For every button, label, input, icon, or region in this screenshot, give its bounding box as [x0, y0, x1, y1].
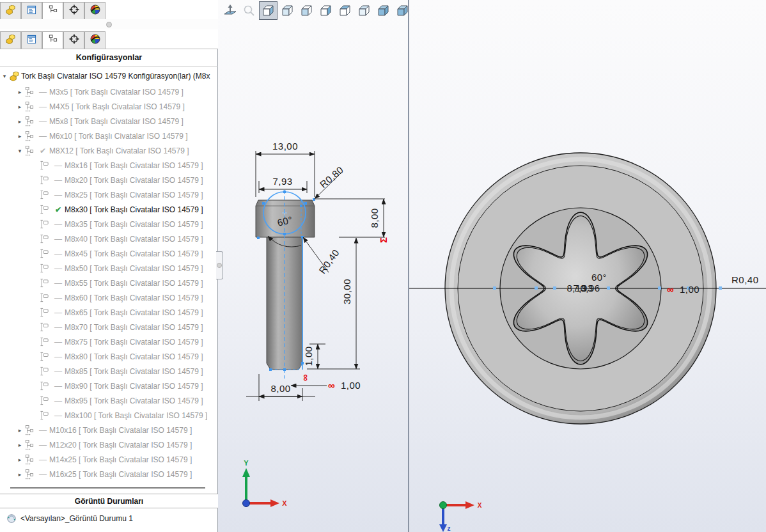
dim-text-shaft-length[interactable]: 30,00: [341, 279, 352, 304]
config-item-M8x25[interactable]: —M8x25 [ Tork Başlı Civatalar ISO 14579 …: [0, 187, 218, 202]
derived-configuration-icon: [40, 205, 52, 214]
dim-text-shaft-width[interactable]: 8,00: [270, 383, 290, 394]
display-manager-tab[interactable]: [84, 31, 106, 49]
property-manager-tab[interactable]: [21, 2, 42, 19]
configuration-icon: [24, 469, 36, 480]
dimxpert-tab[interactable]: [63, 2, 84, 19]
color-sphere-icon: [90, 34, 100, 47]
list-icon: [27, 5, 36, 17]
inactive-mark: —: [36, 426, 49, 435]
config-item-M8x55[interactable]: —M8x55 [ Tork Başlı Civatalar ISO 14579 …: [0, 276, 218, 290]
manager-tab-strip-top: [0, 0, 218, 20]
property-manager-tab[interactable]: [21, 31, 42, 49]
display-state-item[interactable]: <Varsayılan>_Görüntü Durumu 1: [6, 512, 217, 526]
config-item-label: M8x65 [ Tork Başlı Civatalar ISO 14579 ]: [65, 308, 203, 317]
derived-configuration-icon: [40, 234, 52, 244]
config-item-M8x45[interactable]: —M8x45 [ Tork Başlı Civatalar ISO 14579 …: [0, 246, 218, 261]
viewport-front[interactable]: 13,00 7,93 R0,80 60° R0,40 8,00 Σ 30,00 …: [218, 0, 408, 532]
derived-configuration-icon: [40, 278, 52, 288]
dim-text-chamfer-h[interactable]: 1,00: [341, 380, 361, 391]
config-item-M8x100[interactable]: —M8x100 [ Tork Başlı Civatalar ISO 14579…: [0, 408, 218, 423]
panel-splitter-dot[interactable]: [106, 22, 112, 27]
config-item-M10x16[interactable]: ▸—M10x16 [ Tork Başlı Civatalar ISO 1457…: [0, 423, 218, 437]
expand-arrow[interactable]: ▸: [15, 457, 24, 463]
config-item-M8x16[interactable]: —M8x16 [ Tork Başlı Civatalar ISO 14579 …: [0, 158, 218, 173]
panel-section-divider[interactable]: [10, 487, 205, 489]
reference-triad-front: Y X: [242, 459, 287, 507]
config-item-M8x65[interactable]: —M8x65 [ Tork Başlı Civatalar ISO 14579 …: [0, 305, 218, 320]
derived-configuration-icon: [40, 175, 52, 185]
expand-arrow[interactable]: ▾: [15, 148, 24, 154]
manager-panel: Konfigürasyonlar ▾Tork Başlı Civatalar I…: [0, 0, 218, 532]
display-manager-tab[interactable]: [84, 2, 106, 19]
config-item-label: M8x45 [ Tork Başlı Civatalar ISO 14579 ]: [65, 249, 203, 258]
config-item-M16x25[interactable]: ▸—M16x25 [ Tork Başlı Civatalar ISO 1457…: [0, 467, 218, 481]
config-item-M8x80[interactable]: —M8x80 [ Tork Başlı Civatalar ISO 14579 …: [0, 349, 218, 364]
dim-text-linked[interactable]: 1,00: [680, 284, 700, 295]
dim-text-head-height[interactable]: 8,00: [369, 208, 380, 228]
dim-text-angle60-top[interactable]: 60°: [591, 272, 607, 283]
config-item-M4X5[interactable]: ▸—M4X5 [ Tork Başlı Civatalar ISO 14579 …: [0, 99, 218, 114]
dim-text-r040-top[interactable]: R0,40: [731, 274, 759, 285]
config-item-M8x20[interactable]: —M8x20 [ Tork Başlı Civatalar ISO 14579 …: [0, 173, 218, 187]
inactive-mark: —: [52, 308, 65, 317]
display-states-header[interactable]: Görüntü Durumları: [0, 494, 218, 508]
config-item-M8x75[interactable]: —M8x75 [ Tork Başlı Civatalar ISO 14579 …: [0, 334, 218, 349]
config-item-M8x40[interactable]: —M8x40 [ Tork Başlı Civatalar ISO 14579 …: [0, 231, 218, 246]
features-tab[interactable]: [0, 31, 21, 49]
dim-text-recess-width[interactable]: 7,93: [272, 176, 292, 187]
config-item-M3x5[interactable]: ▸—M3x5 [ Tork Başlı Civatalar ISO 14579 …: [0, 84, 218, 99]
expand-arrow[interactable]: ▸: [15, 427, 24, 434]
inactive-mark: —: [36, 117, 49, 126]
expand-arrow[interactable]: ▸: [15, 118, 24, 125]
features-tab[interactable]: [0, 2, 21, 19]
inactive-mark: —: [52, 367, 65, 376]
dim-text-r080[interactable]: R0,80: [318, 164, 346, 190]
panel-collapse-handle[interactable]: [216, 251, 223, 279]
expand-arrow[interactable]: ▸: [15, 471, 24, 478]
dim-text-overlap-3[interactable]: 0,96: [580, 283, 600, 293]
expand-arrow[interactable]: ▾: [0, 73, 9, 79]
inactive-mark: —: [52, 323, 65, 332]
inactive-mark: —: [52, 191, 65, 199]
configuration-icon: [24, 102, 36, 112]
panel-splitter[interactable]: [0, 19, 218, 29]
color-sphere-icon: [90, 4, 100, 17]
config-item-M8x60[interactable]: —M8x60 [ Tork Başlı Civatalar ISO 14579 …: [0, 290, 218, 305]
dim-head-width[interactable]: [256, 151, 315, 197]
expand-arrow[interactable]: ▸: [15, 104, 24, 110]
config-item-M12x20[interactable]: ▸—M12x20 [ Tork Başlı Civatalar ISO 1457…: [0, 437, 218, 452]
config-item-M14x25[interactable]: ▸—M14x25 [ Tork Başlı Civatalar ISO 1457…: [0, 452, 218, 467]
dimxpert-tab[interactable]: [63, 31, 84, 49]
config-item-M8x30[interactable]: ✔M8x30 [ Tork Başlı Civatalar ISO 14579 …: [0, 202, 218, 217]
viewport-top[interactable]: 8,13 7,93 0,96 60° ∞ 1,00 R0,40 X z: [409, 0, 766, 532]
derived-configuration-icon: [40, 337, 52, 347]
active-check-icon: ✔: [52, 205, 65, 214]
inactive-mark: —: [36, 455, 49, 464]
config-item-M8x35[interactable]: —M8x35 [ Tork Başlı Civatalar ISO 14579 …: [0, 217, 218, 231]
part-icon: [9, 72, 21, 81]
config-item-M8x95[interactable]: —M8x95 [ Tork Başlı Civatalar ISO 14579 …: [0, 393, 218, 408]
config-item-M8X12[interactable]: ▾✔M8X12 [ Tork Başlı Civatalar ISO 14579…: [0, 143, 218, 158]
expand-arrow[interactable]: ▸: [15, 89, 24, 95]
configuration-root-item[interactable]: ▾Tork Başlı Civatalar ISO 14579 Konfigür…: [0, 68, 218, 84]
expand-arrow[interactable]: ▸: [15, 133, 24, 139]
config-item-M8x85[interactable]: —M8x85 [ Tork Başlı Civatalar ISO 14579 …: [0, 364, 218, 379]
configuration-manager-tab[interactable]: [42, 31, 63, 49]
config-item-M6x10[interactable]: ▸—M6x10 [ Tork Başlı Civatalar ISO 14579…: [0, 129, 218, 143]
inactive-mark: —: [36, 102, 49, 111]
dim-text-head-width[interactable]: 13,00: [272, 141, 298, 152]
config-item-label: M8x20 [ Tork Başlı Civatalar ISO 14579 ]: [65, 176, 203, 185]
config-tree-icon: [48, 35, 58, 47]
inactive-mark: —: [52, 338, 65, 347]
dim-text-chamfer-v[interactable]: 1,00: [303, 346, 314, 366]
expand-arrow[interactable]: ▸: [15, 442, 24, 448]
config-item-M8x70[interactable]: —M8x70 [ Tork Başlı Civatalar ISO 14579 …: [0, 320, 218, 334]
config-item-label: M8x80 [ Tork Başlı Civatalar ISO 14579 ]: [65, 352, 203, 361]
configuration-manager-tab[interactable]: [42, 2, 63, 19]
config-item-M5x8[interactable]: ▸—M5x8 [ Tork Başlı Civatalar ISO 14579 …: [0, 114, 218, 129]
config-tree-icon: [48, 5, 58, 17]
config-item-M8x90[interactable]: —M8x90 [ Tork Başlı Civatalar ISO 14579 …: [0, 379, 218, 393]
inactive-mark: —: [52, 264, 65, 273]
config-item-M8x50[interactable]: —M8x50 [ Tork Başlı Civatalar ISO 14579 …: [0, 261, 218, 276]
